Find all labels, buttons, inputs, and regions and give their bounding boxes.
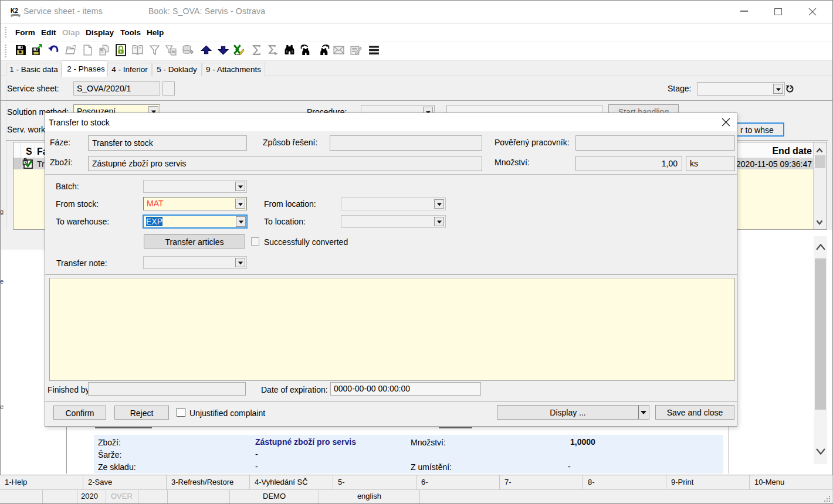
svg-text:K2: K2 — [11, 8, 18, 14]
